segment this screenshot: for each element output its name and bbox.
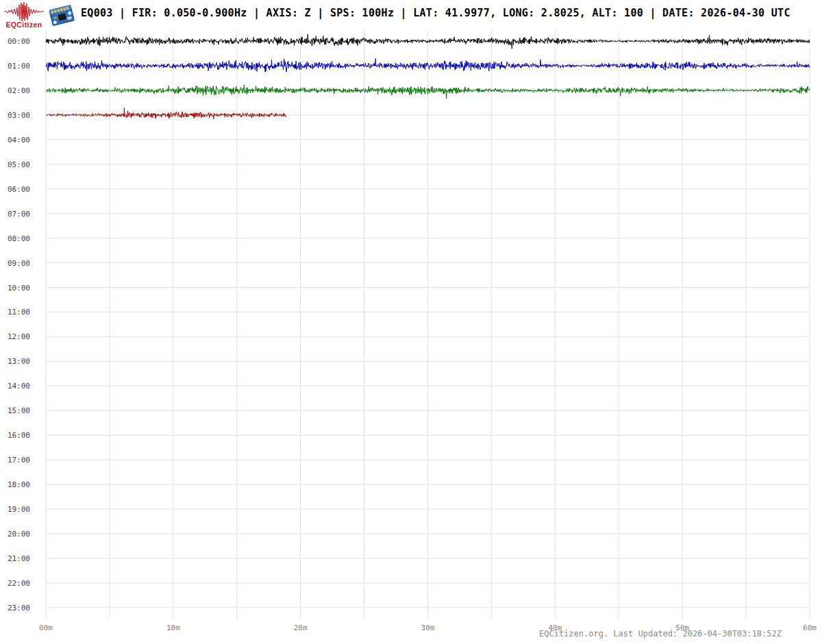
y-tick-label: 12:00 — [8, 332, 30, 341]
y-tick-label: 00:00 — [8, 37, 30, 46]
y-tick-label: 04:00 — [8, 136, 30, 145]
x-tick-label: 20m — [294, 623, 308, 632]
y-tick-label: 13:00 — [8, 357, 30, 366]
x-tick-label: 60m — [803, 623, 817, 632]
last-updated-note: EQCitizen.org. Last Updated: 2026-04-30T… — [539, 629, 782, 639]
y-tick-label: 02:00 — [8, 86, 30, 95]
y-tick-label: 15:00 — [8, 406, 30, 415]
y-tick-label: 14:00 — [8, 382, 30, 391]
y-tick-label: 21:00 — [8, 554, 30, 563]
y-tick-label: 18:00 — [8, 480, 30, 489]
y-tick-label: 05:00 — [8, 160, 30, 169]
y-tick-label: 10:00 — [8, 284, 30, 293]
y-tick-label: 01:00 — [8, 62, 30, 71]
y-tick-label: 07:00 — [8, 210, 30, 219]
y-tick-label: 22:00 — [8, 579, 30, 588]
y-tick-label: 17:00 — [8, 456, 30, 465]
y-tick-label: 19:00 — [8, 505, 30, 514]
y-tick-label: 03:00 — [8, 111, 30, 120]
x-tick-label: 30m — [421, 623, 435, 632]
y-tick-label: 20:00 — [8, 530, 30, 538]
y-tick-label: 08:00 — [8, 234, 30, 243]
x-tick-label: 00m — [39, 623, 53, 632]
y-tick-label: 11:00 — [8, 308, 30, 317]
seismic-trace-03:00 — [46, 108, 286, 119]
y-tick-label: 16:00 — [8, 431, 30, 440]
y-tick-label: 09:00 — [8, 259, 30, 268]
eqcitizen-helicorder-page: EQCitizen EQ003 | FIR: 0.050-0.900Hz | A… — [0, 0, 822, 644]
y-tick-label: 23:00 — [8, 604, 30, 612]
x-tick-label: 10m — [166, 623, 180, 632]
helicorder-chart: 00:0001:0002:0003:0004:0005:0006:0007:00… — [0, 0, 822, 644]
y-tick-label: 06:00 — [8, 185, 30, 194]
